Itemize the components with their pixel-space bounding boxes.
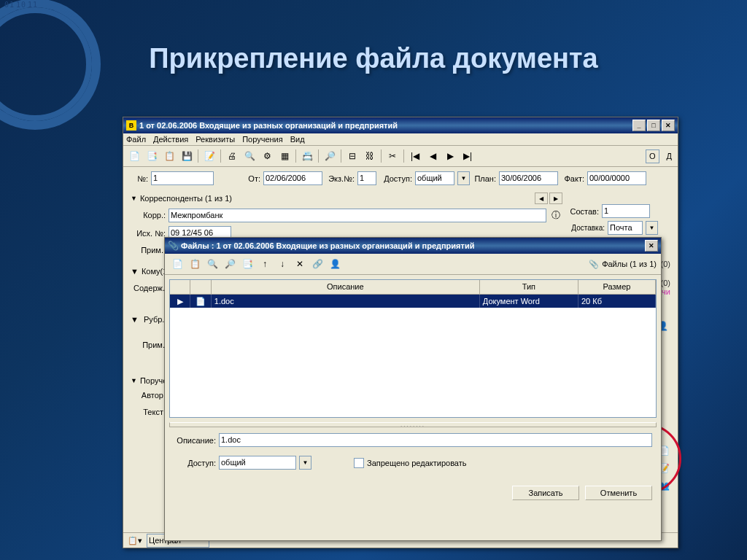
tool-new-icon[interactable]: 📄 — [126, 148, 142, 164]
separator — [318, 149, 319, 163]
table-row[interactable]: ▶ 📄 1.doc Документ Word 20 Кб — [170, 295, 656, 308]
nav-prev-icon[interactable]: ◀ — [535, 192, 548, 204]
fakt-field[interactable]: 00/00/0000 — [587, 171, 646, 185]
dialog-form: Описание: 1.doc Доступ: общий ▼ Запрещен… — [165, 427, 661, 478]
korr-field[interactable]: Межпромбанк — [169, 209, 546, 222]
separator — [295, 149, 296, 163]
dostavka-field[interactable]: Почта — [608, 221, 643, 235]
ot-field[interactable]: 02/06/2006 — [263, 171, 322, 185]
badge-o[interactable]: О — [646, 149, 659, 163]
desc-label: Описание: — [174, 436, 216, 445]
plan-label: План: — [473, 174, 496, 183]
menu-requisites[interactable]: Реквизиты — [196, 135, 235, 144]
menu-orders[interactable]: Поручения — [242, 135, 283, 144]
th-handle — [170, 280, 190, 294]
dlg-link-icon[interactable]: 🔗 — [309, 256, 325, 272]
tool-link-icon[interactable]: ⛓ — [362, 148, 378, 164]
ish-label: Исх. №: — [131, 229, 166, 238]
tool-print-icon[interactable]: 🖨 — [224, 148, 240, 164]
prim2-label: Прим.: — [131, 341, 167, 349]
dostup-field[interactable]: общий — [415, 171, 454, 185]
maximize-button[interactable]: □ — [647, 120, 660, 131]
tool-card-icon[interactable]: 📇 — [299, 148, 315, 164]
cancel-button[interactable]: Отменить — [585, 486, 652, 500]
menu-file[interactable]: Файл — [126, 135, 146, 144]
close-button[interactable]: ✕ — [662, 120, 675, 131]
row-handle[interactable]: ▶ — [170, 295, 190, 308]
tool-last-icon[interactable]: ▶| — [460, 148, 476, 164]
no-field[interactable]: 1 — [151, 171, 214, 185]
nav-next-icon[interactable]: ▶ — [549, 192, 562, 204]
th-desc[interactable]: Описание — [212, 280, 480, 294]
collapse-icon[interactable]: ▼ — [131, 195, 137, 202]
row-file-icon: 📄 — [190, 295, 211, 308]
th-icon — [190, 280, 211, 294]
dlg-tool5-icon[interactable]: 📑 — [239, 256, 255, 272]
collapse-icon[interactable]: ▼ — [131, 377, 137, 384]
dlg-dostup-label: Доступ: — [174, 459, 216, 467]
prim-label: Прим.: — [131, 246, 166, 254]
dlg-dostup-dropdown[interactable]: ▼ — [299, 456, 311, 470]
dialog-title: Файлы : 1 от 02.06.2006 Входящие из разн… — [181, 241, 474, 250]
soderj-label: Содерж.: — [131, 284, 167, 292]
tool-next-icon[interactable]: ▶ — [442, 148, 458, 164]
th-size[interactable]: Размер — [578, 280, 656, 294]
dlg-delete-icon[interactable]: ✕ — [292, 256, 308, 272]
menu-view[interactable]: Вид — [290, 135, 305, 144]
menu-actions[interactable]: Действия — [153, 135, 188, 144]
dlg-preview-icon[interactable]: 🔎 — [222, 256, 238, 272]
tool-cut-icon[interactable]: ✂ — [384, 148, 400, 164]
ot-label: От: — [217, 174, 260, 183]
tool-edit-icon[interactable]: 📝 — [201, 148, 217, 164]
th-type[interactable]: Тип — [480, 280, 578, 294]
separator — [220, 149, 221, 163]
minimize-button[interactable]: _ — [632, 120, 646, 131]
save-button[interactable]: Записать — [512, 486, 579, 500]
dostavka-dropdown[interactable]: ▼ — [646, 221, 658, 235]
plan-field[interactable]: 30/06/2006 — [499, 171, 558, 185]
tool-first-icon[interactable]: |◀ — [407, 148, 423, 164]
dlg-dostup-field[interactable]: общий — [219, 456, 296, 470]
dlg-up-icon[interactable]: ↑ — [257, 256, 273, 272]
korr-section-label: Корреспонденты (1 из 1) — [140, 194, 232, 203]
main-titlebar: В 1 от 02.06.2006 Входящие из разных орг… — [123, 117, 678, 133]
table-header: Описание Тип Размер — [170, 280, 656, 295]
readonly-checkbox[interactable] — [354, 458, 364, 468]
collapse-icon[interactable]: ▼ — [131, 267, 139, 276]
tool-save-icon[interactable]: 💾 — [179, 148, 195, 164]
dlg-user-icon[interactable]: 👤 — [327, 256, 343, 272]
tool-tree-icon[interactable]: ⊟ — [344, 148, 360, 164]
tool-preview-icon[interactable]: 🔍 — [241, 148, 258, 164]
row-type: Документ Word — [480, 295, 578, 308]
dialog-buttons: Записать Отменить — [165, 478, 661, 508]
tool-prev-icon[interactable]: ◀ — [425, 148, 441, 164]
dlg-view-icon[interactable]: 🔍 — [204, 256, 220, 272]
korr-info-icon[interactable]: ⓘ — [549, 207, 562, 223]
menubar: Файл Действия Реквизиты Поручения Вид — [123, 133, 678, 146]
ekz-field[interactable]: 1 — [357, 171, 376, 185]
dlg-paste-icon[interactable]: 📋 — [187, 256, 203, 272]
desc-input[interactable]: 1.doc — [219, 433, 652, 447]
separator — [341, 149, 341, 163]
dlg-add-icon[interactable]: 📄 — [169, 256, 185, 272]
status-icon: 📋▾ — [128, 536, 142, 545]
dostup-dropdown[interactable]: ▼ — [457, 171, 470, 185]
collapse-icon[interactable]: ▼ — [131, 315, 139, 324]
korr-section: ▼ Корреспонденты (1 из 1) ◀ ▶ — [131, 192, 562, 204]
ekz-label: Экз.№: — [325, 174, 355, 183]
dlg-down-icon[interactable]: ↓ — [274, 256, 290, 272]
resize-handle[interactable] — [169, 422, 657, 427]
sostav-label: Состав: — [568, 207, 599, 216]
tool-new3-icon[interactable]: 📋 — [161, 148, 177, 164]
tool-stamp-icon[interactable]: ⚙ — [259, 148, 275, 164]
dialog-close-button[interactable]: ✕ — [645, 240, 658, 252]
badge-d[interactable]: Д — [664, 150, 675, 163]
main-toolbar: 📄 📑 📋 💾 📝 🖨 🔍 ⚙ ▦ 📇 🔎 ⊟ ⛓ ✂ |◀ ◀ ▶ ▶| О … — [123, 146, 678, 167]
row-desc: 1.doc — [212, 295, 480, 308]
tool-new2-icon[interactable]: 📑 — [144, 148, 160, 164]
tool-find-icon[interactable]: 🔎 — [322, 148, 338, 164]
attach-label-text: Файлы (1 из 1) — [602, 260, 657, 268]
sostav-field[interactable]: 1 — [602, 204, 650, 218]
paperclip-icon: 📎 — [589, 260, 599, 269]
tool-barcode-icon[interactable]: ▦ — [276, 148, 293, 164]
